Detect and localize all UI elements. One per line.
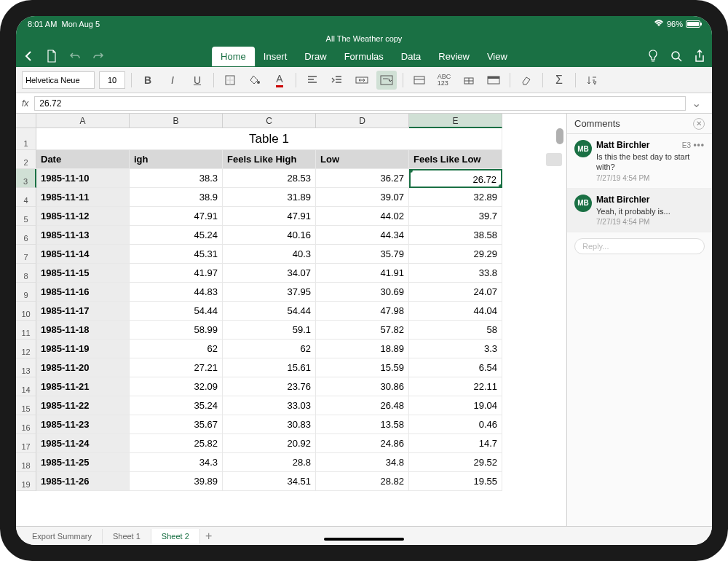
cell[interactable]: 1985-11-11 [36, 188, 130, 207]
cell[interactable]: 3.3 [409, 340, 502, 358]
column-header-cell[interactable]: igh [130, 150, 223, 169]
cell[interactable]: 1985-11-16 [36, 283, 130, 302]
cell[interactable]: 33.03 [223, 396, 316, 415]
cell[interactable]: 38.58 [409, 226, 502, 245]
table-title[interactable]: Table 1 [36, 128, 502, 150]
row-header-9[interactable]: 9 [16, 283, 36, 302]
cell[interactable]: 1985-11-10 [36, 169, 130, 188]
row-header-5[interactable]: 5 [16, 207, 36, 226]
cell[interactable]: 26.48 [316, 396, 409, 415]
cell[interactable]: 32.09 [130, 377, 223, 396]
cell[interactable]: 19.55 [409, 472, 502, 491]
back-button[interactable] [20, 48, 36, 64]
cell[interactable]: 27.21 [130, 358, 223, 377]
cell[interactable]: 54.44 [130, 302, 223, 321]
cell[interactable]: 34.3 [130, 453, 223, 472]
file-icon[interactable] [44, 48, 60, 64]
cell[interactable]: 41.91 [316, 264, 409, 283]
cell[interactable]: 57.82 [316, 321, 409, 340]
cell[interactable]: 59.1 [223, 321, 316, 340]
share-icon[interactable] [692, 48, 708, 64]
add-sheet-button[interactable]: + [200, 530, 218, 543]
table-format-button[interactable] [483, 71, 504, 90]
reply-input[interactable]: Reply... [574, 238, 705, 254]
row-header-17[interactable]: 17 [16, 434, 36, 453]
cell[interactable]: 22.11 [409, 377, 502, 396]
cell[interactable]: 30.69 [316, 283, 409, 302]
cell[interactable]: 44.02 [316, 207, 409, 226]
cell[interactable]: 58.99 [130, 321, 223, 340]
cell[interactable]: 0.46 [409, 415, 502, 434]
lightbulb-icon[interactable] [645, 48, 661, 64]
align-button[interactable] [302, 71, 323, 90]
row-header-16[interactable]: 16 [16, 415, 36, 434]
row-header-3[interactable]: 3 [16, 169, 36, 188]
cell[interactable]: 37.95 [223, 283, 316, 302]
cell[interactable]: 29.29 [409, 245, 502, 264]
cell[interactable]: 32.89 [409, 188, 502, 207]
column-header-cell[interactable]: Date [36, 150, 130, 169]
row-header-19[interactable]: 19 [16, 472, 36, 491]
cell[interactable]: 13.58 [316, 415, 409, 434]
ribbon-tab-view[interactable]: View [478, 47, 516, 66]
cell[interactable]: 1985-11-19 [36, 340, 130, 358]
sheet-tab[interactable]: Export Summary [22, 529, 103, 544]
select-all-corner[interactable] [16, 114, 36, 128]
cell[interactable]: 29.52 [409, 453, 502, 472]
cell[interactable]: 39.89 [130, 472, 223, 491]
comment-bubble-icon[interactable] [546, 153, 562, 166]
cell[interactable]: 40.3 [223, 245, 316, 264]
ribbon-tab-data[interactable]: Data [392, 47, 430, 66]
column-header-cell[interactable]: Low [316, 150, 409, 169]
cell[interactable]: 1985-11-14 [36, 245, 130, 264]
font-size-input[interactable] [99, 71, 125, 89]
autosum-button[interactable]: Σ [549, 71, 569, 90]
cell[interactable]: 1985-11-13 [36, 226, 130, 245]
cell[interactable]: 45.24 [130, 226, 223, 245]
cell[interactable]: 19.04 [409, 396, 502, 415]
cell[interactable]: 31.89 [223, 188, 316, 207]
insert-cells-button[interactable] [459, 71, 479, 90]
cell[interactable]: 35.24 [130, 396, 223, 415]
sheet-tab[interactable]: Sheet 1 [103, 529, 151, 544]
row-header-12[interactable]: 12 [16, 340, 36, 358]
cell[interactable]: 54.44 [223, 302, 316, 321]
cell[interactable]: 6.54 [409, 358, 502, 377]
home-indicator[interactable] [324, 538, 404, 541]
column-header-cell[interactable]: Feels Like High [223, 150, 316, 169]
col-header-E[interactable]: E [409, 114, 502, 128]
cell[interactable]: 15.61 [223, 358, 316, 377]
ribbon-tab-formulas[interactable]: Formulas [336, 47, 392, 66]
cell[interactable]: 1985-11-17 [36, 302, 130, 321]
cell[interactable]: 35.79 [316, 245, 409, 264]
number-format-button[interactable]: ABC123 [434, 71, 454, 90]
cell[interactable]: 25.82 [130, 434, 223, 453]
cell[interactable]: 33.8 [409, 264, 502, 283]
row-header-1[interactable]: 1 [16, 128, 36, 150]
col-header-D[interactable]: D [316, 114, 409, 128]
ribbon-tab-home[interactable]: Home [212, 47, 255, 66]
cell[interactable]: 44.04 [409, 302, 502, 321]
cell[interactable]: 58 [409, 321, 502, 340]
formula-expand-button[interactable]: ⌄ [692, 96, 706, 110]
row-header-7[interactable]: 7 [16, 245, 36, 264]
cell[interactable]: 47.91 [223, 207, 316, 226]
cell[interactable]: 62 [223, 340, 316, 358]
cell[interactable]: 1985-11-12 [36, 207, 130, 226]
row-header-11[interactable]: 11 [16, 321, 36, 340]
borders-button[interactable] [220, 71, 240, 90]
ribbon-tab-draw[interactable]: Draw [296, 47, 335, 66]
cell[interactable]: 1985-11-15 [36, 264, 130, 283]
col-header-B[interactable]: B [130, 114, 223, 128]
clear-button[interactable] [516, 71, 537, 90]
cell[interactable]: 47.98 [316, 302, 409, 321]
cell[interactable]: 1985-11-22 [36, 396, 130, 415]
column-header-cell[interactable]: Feels Like Low [409, 150, 502, 169]
sort-filter-button[interactable] [582, 71, 602, 90]
cell[interactable]: 1985-11-20 [36, 358, 130, 377]
ribbon-tab-review[interactable]: Review [430, 47, 478, 66]
comment-menu-button[interactable]: ••• [693, 140, 705, 150]
cell[interactable]: 44.34 [316, 226, 409, 245]
cell[interactable]: 30.86 [316, 377, 409, 396]
cell[interactable]: 1985-11-18 [36, 321, 130, 340]
